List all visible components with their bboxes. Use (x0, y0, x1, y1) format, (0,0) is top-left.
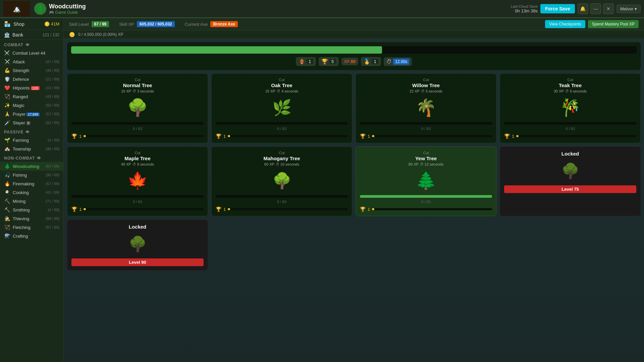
combat-section-header: COMBAT 👁 (0, 40, 63, 49)
force-save-button[interactable]: Force Save (540, 4, 575, 13)
bank-icon: 🏦 (4, 32, 10, 38)
app-logo: 🏔️ (3, 1, 30, 16)
tree-card-mahogany[interactable]: Cut Mahogany Tree 60 XP ⏱ 10 seconds 🌳 0… (211, 146, 352, 216)
xp-bar-text: 0 / 4,500,000 (0.00%) XP (78, 32, 123, 37)
mahogany-mastery-icon: 🏆 (216, 206, 221, 212)
sidebar-item-cooking[interactable]: 🍳 Cooking (41 / 99) (0, 188, 63, 197)
township-icon: 🏘️ (4, 146, 10, 152)
sidebar-item-magic[interactable]: ✨ Magic (55 / 99) (0, 101, 63, 110)
maple-mastery-icon: 🏆 (71, 206, 77, 212)
xp-label: XP (344, 59, 350, 64)
teak-tree-img: 🎋 (558, 96, 582, 119)
defence-icon: 🛡️ (4, 76, 10, 82)
game-guide-link[interactable]: 🎮 Game Guide (49, 10, 86, 15)
shop-icon: 🏪 (4, 21, 11, 27)
sidebar-item-strength[interactable]: 💪 Strength (46 / 99) (0, 66, 63, 75)
medal-badge: 🥇 1 (361, 57, 381, 66)
combat-level-text: Combat Level 44 (12, 51, 45, 56)
skill-name: Woodcutting (49, 3, 86, 10)
tree-card-teak[interactable]: Cut Teak Tree 30 XP ⏱ 6 seconds 🎋 0 / 83… (500, 73, 641, 143)
content-scroll[interactable]: 🏺 1 🏆 5 XP 80 🥇 1 (64, 39, 644, 362)
sidebar-item-smithing[interactable]: 🔨 Smithing (4 / 99) (0, 205, 63, 214)
sidebar-item-hitpoints[interactable]: ❤️ Hitpoints100 (10 / 99) (0, 83, 63, 92)
bank-count: 121 / 132 (43, 33, 59, 37)
chevron-down-icon: ▾ (635, 6, 637, 11)
sidebar-combat-items: ⚔️ Attack (47 / 99) 💪 Strength (46 / 99)… (0, 57, 63, 127)
skill-title-area: 🌲 Woodcutting 🎮 Game Guide (34, 3, 507, 15)
medal-count: 1 (372, 59, 378, 64)
topbar: 🏔️ 🌲 Woodcutting 🎮 Game Guide Last Cloud… (0, 0, 644, 18)
locked-90-tree-img: 🌳 (126, 232, 149, 256)
close-icon[interactable]: ✕ (603, 3, 614, 14)
sidebar-item-mining[interactable]: ⛏️ Mining (71 / 99) (0, 197, 63, 205)
willow-tree-progress (360, 122, 492, 125)
xp-badge: XP 80 (341, 58, 358, 65)
yew-tree-progress (360, 195, 492, 198)
sidebar-item-prayer[interactable]: 🙏 Prayer17,848 (57 / 99) (0, 110, 63, 118)
tree-card-normal[interactable]: Cut Normal Tree 10 XP ⏱ 3 seconds 🌳 0 / … (67, 73, 208, 143)
tree-card-oak[interactable]: Cut Oak Tree 15 XP ⏱ 4 seconds 🌿 0 / 83 … (211, 73, 352, 143)
sidebar-item-fletching[interactable]: 🏹 Fletching (57 / 99) (0, 223, 63, 232)
medal-icon: 🥇 (364, 58, 370, 65)
trophy-icon: 🏆 (321, 58, 328, 65)
progress-badges: 🏺 1 🏆 5 XP 80 🥇 1 (71, 57, 637, 66)
tree-card-maple[interactable]: Cut Maple Tree 40 XP ⏱ 8 seconds 🍁 0 / 8… (67, 146, 208, 216)
maple-tree-progress (71, 195, 204, 198)
user-name: Melvor (620, 6, 633, 11)
sidebar-item-shop[interactable]: 🏪 Shop 🪙 41M (0, 18, 63, 30)
sidebar-item-bank[interactable]: 🏦 Bank 121 / 132 (0, 30, 63, 40)
sidebar-item-ranged[interactable]: 🏹 Ranged (43 / 99) (0, 92, 63, 101)
shop-label: Shop (13, 21, 42, 27)
tree-card-willow[interactable]: Cut Willow Tree 22 XP ⏱ 5 seconds 🌴 0 / … (356, 73, 496, 143)
woodcutting-icon: 🌲 (4, 164, 10, 169)
sidebar-item-fishing[interactable]: 🎣 Fishing (95 / 99) (0, 171, 63, 179)
sidebar-item-attack[interactable]: ⚔️ Attack (47 / 99) (0, 57, 63, 66)
mahogany-tree-img: 🌳 (270, 169, 293, 192)
ranged-icon: 🏹 (4, 94, 10, 99)
chest-icon: 🏺 (299, 58, 305, 65)
farming-icon: 🌱 (4, 137, 10, 143)
oak-tree-img: 🌿 (270, 96, 293, 119)
spend-mastery-button[interactable]: Spend Mastery Pool XP (588, 20, 639, 28)
sidebar-item-farming[interactable]: 🌱 Farming (4 / 99) (0, 136, 63, 144)
locked-75-tree-img: 🌳 (558, 159, 582, 183)
sidebar-item-thieving[interactable]: 🕵️ Thieving (68 / 99) (0, 214, 63, 223)
skill-header-buttons: View Checkpoints Spend Mastery Pool XP (545, 20, 639, 28)
sidebar-item-firemaking[interactable]: 🔥 Firemaking (57 / 99) (0, 179, 63, 188)
notifications-icon[interactable]: 🔔 (578, 3, 588, 14)
locked-90-level-badge: Level 90 (71, 258, 204, 266)
smithing-icon: 🔨 (4, 207, 10, 213)
timer-badge: ⏱ 12.00s (384, 57, 412, 66)
sidebar-item-woodcutting[interactable]: 🌲 Woodcutting (67 / 99) (0, 162, 63, 171)
combat-level-item: ⚔️ Combat Level 44 (0, 49, 63, 57)
attack-icon: ⚔️ (4, 59, 10, 64)
tree-grid: Cut Normal Tree 10 XP ⏱ 3 seconds 🌳 0 / … (67, 73, 641, 270)
sidebar-item-township[interactable]: 🏘️ Township (48 / 99) (0, 144, 63, 153)
fishing-icon: 🎣 (4, 172, 10, 178)
timer-value: 12.00s (393, 59, 409, 65)
sidebar-item-slayer[interactable]: 🗡️ Slayer0 (62 / 99) (0, 118, 63, 127)
sidebar-item-crafting[interactable]: ⚗️ Crafting (0, 232, 63, 240)
trophy-count: 5 (329, 59, 336, 64)
main-progress-bar (71, 46, 637, 54)
hitpoints-icon: ❤️ (4, 85, 10, 90)
xp-value: 80 (351, 59, 356, 64)
firemaking-icon: 🔥 (4, 181, 10, 186)
mining-icon: ⛏️ (4, 198, 10, 204)
thieving-icon: 🕵️ (4, 216, 10, 221)
progress-section: 🏺 1 🏆 5 XP 80 🥇 1 (67, 42, 641, 70)
current-axe-stat: Current Axe Bronze Axe (185, 21, 238, 27)
eye-icon: 👁 (25, 43, 30, 47)
noncombat-eye-icon: 👁 (37, 156, 41, 161)
normal-tree-img: 🌳 (126, 96, 149, 119)
view-checkpoints-button[interactable]: View Checkpoints (545, 20, 585, 28)
main-progress-fill (71, 46, 382, 54)
crafting-icon: ⚗️ (4, 233, 10, 239)
minus-icon[interactable]: — (590, 3, 601, 14)
oak-mastery-icon: 🏆 (216, 133, 221, 139)
cloud-save-info: Last Cloud Save 0h 13m 38s (511, 4, 538, 13)
user-menu-button[interactable]: Melvor ▾ (616, 5, 641, 13)
sidebar-item-defence[interactable]: 🛡️ Defence (21 / 99) (0, 75, 63, 83)
tree-card-yew[interactable]: Cut Yew Tree 80 XP ⏱ 12 seconds 🌲 0 / 83… (356, 146, 496, 216)
content-area: Skill Level 67 / 99 Skill XP 605,032 / 6… (64, 18, 644, 362)
